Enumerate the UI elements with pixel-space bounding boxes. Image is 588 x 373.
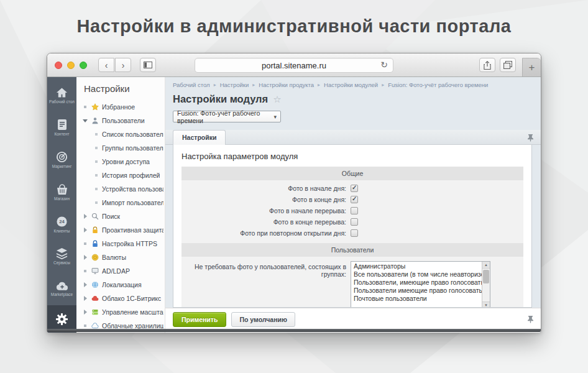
window-controls: [55, 62, 87, 69]
menu-item-access-levels[interactable]: Уровни доступа: [83, 155, 163, 168]
sidebar-toggle-icon: [144, 62, 152, 68]
https-lock-icon: [91, 240, 99, 247]
breadcrumb-link-module-settings[interactable]: Настройки модулей: [324, 81, 378, 88]
sidebar-item-marketplace[interactable]: Marketplace: [47, 273, 76, 305]
menu-item-bitrix-cloud[interactable]: Облако 1С-Битрикс: [83, 292, 163, 305]
checkbox-1[interactable]: [351, 196, 358, 203]
sidebar-item-desktop[interactable]: Рабочий стол: [47, 80, 76, 112]
default-button[interactable]: По умолчанию: [231, 312, 295, 327]
monitor-icon: [91, 267, 99, 275]
document-icon: [57, 119, 67, 131]
browser-forward-button[interactable]: ›: [115, 58, 131, 72]
sidebar-item-clients[interactable]: 24 Клиенты: [47, 209, 76, 241]
menu-item-user-groups[interactable]: Группы пользователей: [83, 141, 163, 155]
zoom-window-button[interactable]: [80, 62, 87, 69]
listbox-option[interactable]: Пользователи имеющие право голосовать за…: [351, 286, 482, 294]
scroll-down-icon[interactable]: ▼: [482, 302, 490, 308]
scroll-up-icon[interactable]: ▲: [482, 262, 490, 269]
browser-toolbar: ‹ › portal.sitename.ru ↻: [47, 53, 541, 77]
breadcrumb-link-settings[interactable]: Настройки: [220, 81, 249, 88]
bullet-marker: [94, 133, 99, 136]
menu-item-cloud-storages[interactable]: Облачные хранилища: [83, 319, 163, 333]
listbox-option[interactable]: Все пользователи (в том числе неавторизо…: [351, 270, 482, 278]
menu-item-proactive-protection[interactable]: Проактивная защита: [83, 223, 163, 237]
reload-icon[interactable]: ↻: [380, 60, 388, 70]
sidebar-item-marketing[interactable]: Маркетинг: [47, 144, 76, 177]
breadcrumb-separator-icon: ▸: [382, 82, 384, 88]
listbox-option[interactable]: Почтовые пользователи: [351, 294, 482, 302]
target-icon: [56, 151, 68, 163]
new-tab-button[interactable]: +: [522, 58, 541, 76]
breadcrumb-separator-icon: ▸: [214, 82, 216, 88]
sidebar-item-settings[interactable]: [47, 305, 76, 333]
settings-menu: Настройки Избранное Пользователи Список …: [76, 77, 165, 333]
bullet-marker: [94, 160, 99, 163]
tab-strip: Настройки: [165, 130, 541, 145]
share-icon: [484, 61, 491, 70]
menu-item-user-devices[interactable]: Устройства пользователей: [83, 182, 163, 196]
star-icon: [91, 103, 99, 111]
breadcrumb-link-desktop[interactable]: Рабочий стол: [173, 81, 210, 88]
breadcrumb-link-product-settings[interactable]: Настройки продукта: [259, 81, 314, 88]
address-bar[interactable]: portal.sitename.ru ↻: [195, 58, 393, 73]
breadcrumb: Рабочий стол ▸ Настройки ▸ Настройки про…: [165, 77, 541, 88]
menu-item-search[interactable]: Поиск: [83, 210, 163, 223]
content-title: Настройки модуля: [173, 93, 268, 105]
menu-item-users[interactable]: Пользователи: [83, 114, 163, 127]
checkbox-2[interactable]: [351, 207, 358, 214]
listbox-option[interactable]: Пользователи, имеющие право голосовать з…: [351, 278, 482, 286]
module-select[interactable]: Fusion: Фото-учёт рабочего времени ▾: [173, 111, 281, 122]
sidebar-item-content[interactable]: Контент: [47, 112, 76, 144]
listbox-scrollbar[interactable]: ▲ ▼: [482, 262, 490, 308]
scrollbar-thumb[interactable]: [483, 270, 489, 283]
sidebar-item-shop[interactable]: Магазин: [47, 177, 76, 209]
menu-item-user-list[interactable]: Список пользователей: [83, 127, 163, 141]
menu-item-currencies[interactable]: Валюты: [83, 251, 163, 264]
home-icon: [56, 87, 68, 98]
section-header-users: Пользователи: [181, 243, 523, 257]
lock-icon: [91, 226, 99, 234]
bullet-marker: [94, 188, 99, 190]
form-body: Общие Фото в начале дня: Фото в конце дн…: [181, 167, 523, 308]
tab-settings[interactable]: Настройки: [173, 130, 226, 145]
menu-item-favorites[interactable]: Избранное: [83, 100, 163, 114]
sidebar-toggle-button[interactable]: [140, 58, 156, 72]
menu-item-adldap[interactable]: AD/LDAP: [83, 264, 163, 278]
user-icon: [91, 117, 99, 124]
basket-icon: [56, 184, 68, 195]
checkbox-0[interactable]: [351, 185, 358, 192]
form-heading: Настройка параметров модуля: [181, 152, 523, 161]
close-window-button[interactable]: [55, 62, 62, 69]
checkbox-4[interactable]: [351, 229, 358, 237]
menu-item-scaling-management[interactable]: Управление масштабирова: [83, 305, 163, 319]
apply-button[interactable]: Применить: [173, 312, 226, 327]
form-row: Фото в конце дня:: [181, 196, 523, 203]
breadcrumb-current-module[interactable]: Fusion: Фото-учёт рабочего времени: [388, 81, 488, 88]
form-footer: Применить По умолчанию: [165, 308, 541, 333]
tabs-overview-button[interactable]: [500, 58, 516, 72]
bullet-marker: [94, 174, 99, 177]
collapsed-marker: [83, 255, 88, 260]
menu-header: Настройки: [84, 83, 163, 94]
listbox-option[interactable]: Администраторы: [351, 262, 482, 270]
sidebar-item-services[interactable]: Сервисы: [47, 241, 76, 273]
menu-item-localization[interactable]: Локализация: [83, 278, 163, 292]
menu-item-profile-history[interactable]: История профилей: [83, 168, 163, 182]
globe-icon: [91, 281, 99, 288]
favorite-star-icon[interactable]: ☆: [273, 94, 281, 105]
share-button[interactable]: [479, 58, 495, 72]
form-row: Фото при повторном открытии дня:: [181, 229, 523, 237]
user-groups-listbox[interactable]: Администраторы Все пользователи (в том ч…: [351, 261, 490, 308]
clock-24-icon: 24: [56, 216, 68, 228]
pin-icon[interactable]: [528, 133, 533, 144]
cloud-red-icon: [91, 295, 99, 302]
menu-item-user-import[interactable]: Импорт пользователей: [83, 196, 163, 210]
collapsed-marker: [83, 214, 88, 219]
module-select-value: Fusion: Фото-учёт рабочего времени: [177, 109, 273, 124]
minimize-window-button[interactable]: [67, 62, 75, 69]
menu-item-https-settings[interactable]: Настройка HTTPS: [83, 237, 163, 251]
pin-icon[interactable]: [528, 315, 533, 326]
collapsed-marker: [83, 296, 88, 301]
checkbox-3[interactable]: [351, 218, 358, 226]
browser-back-button[interactable]: ‹: [98, 58, 114, 72]
